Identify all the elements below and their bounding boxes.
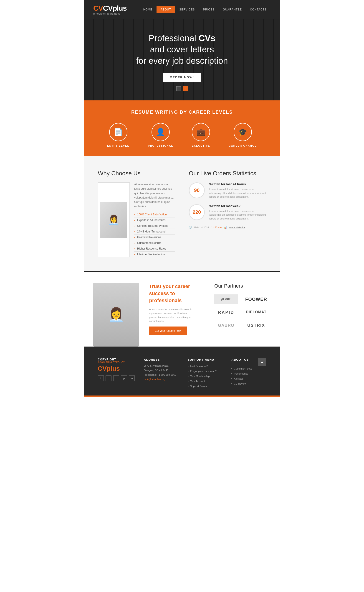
prof-title-line2: success to xyxy=(149,291,175,296)
slider-next-button[interactable]: › xyxy=(183,86,188,91)
hero-title: Professional CVs and cover letters for e… xyxy=(136,33,228,67)
footer-about-item[interactable]: Performance xyxy=(231,371,266,376)
footer-address-heading: Address xyxy=(144,358,179,361)
slider-prev-button[interactable]: ‹ xyxy=(176,86,181,91)
hero-title-line3: for every job description xyxy=(136,56,228,66)
footer-support-col: Support Menu Lost Password? Forgot your … xyxy=(188,358,222,389)
career-item-career-change[interactable]: 🎓 CAREER CHANGE xyxy=(229,123,257,147)
social-linkedin[interactable]: in xyxy=(129,375,135,381)
professional-label: PROFESSIONAL xyxy=(148,144,173,147)
why-us-image-wrap: 👩‍💼 xyxy=(98,182,130,257)
hero-content: Professional CVs and cover letters for e… xyxy=(136,33,228,82)
footer-support-item[interactable]: Forgot your Username? xyxy=(188,369,222,374)
stat-label-24h: Written for last 24 hours xyxy=(209,182,266,186)
partner-ustrix: USTRIX xyxy=(242,321,271,330)
header: CVCVplus Interviews guaranteed HOME ABOU… xyxy=(84,0,280,19)
career-levels-section: RESUME WRITING BY CAREER LEVELS 📄 ENTRY … xyxy=(84,100,280,156)
logo[interactable]: CVCVplus Interviews guaranteed xyxy=(93,4,127,15)
list-item: Lifetime File Protection xyxy=(134,252,175,257)
professionals-section: 👩‍💼 Trust your career success to profess… xyxy=(84,271,280,346)
nav-guarantee[interactable]: GUARANTEE xyxy=(219,6,246,13)
footer-support-item[interactable]: Support Forum xyxy=(188,384,222,389)
nav-prices[interactable]: PRICES xyxy=(199,6,219,13)
footer-support-list: Lost Password? Forgot your Username? You… xyxy=(188,364,222,389)
social-icons-row: f g r p in xyxy=(98,375,135,381)
list-item: Experts in All Industries xyxy=(134,217,175,223)
professional-icon: 👤 xyxy=(151,123,170,141)
stat-desc-week: Lorem ipsum dolor sit amet, consectetur … xyxy=(209,209,266,221)
footer-about-heading: About Us xyxy=(231,358,249,361)
footer-support-item[interactable]: Your Membership xyxy=(188,374,222,379)
partner-rapid: RAPID xyxy=(214,308,238,317)
partner-gabro: GABRO xyxy=(214,321,238,330)
entry-level-icon: 📄 xyxy=(109,123,127,141)
footer-about-item[interactable]: Affiliates xyxy=(231,376,266,381)
entry-level-label: ENTRY LEVEL xyxy=(107,144,129,147)
stat-label-week: Written for last week xyxy=(209,204,266,208)
stat-item-24h: 90 Written for last 24 hours Lorem ipsum… xyxy=(189,182,266,199)
hero-title-bold: CVs xyxy=(199,33,215,43)
footer-about-item[interactable]: Customer Focus xyxy=(231,366,266,371)
back-to-top-button[interactable]: ▲ xyxy=(258,358,266,366)
prof-title-accent: professionals xyxy=(149,298,182,303)
partner-green: green xyxy=(214,294,238,304)
footer-copyright-col: COPYRIGHT © 2014 PRIVACY POLICY CVplus f… xyxy=(98,358,135,389)
nav-home[interactable]: HOME xyxy=(139,6,156,13)
nav-contacts[interactable]: CONTACTS xyxy=(246,6,271,13)
nav-services[interactable]: SERVICES xyxy=(175,6,199,13)
order-now-button[interactable]: ORDER NOW! xyxy=(163,73,202,82)
footer-logo: CVplus xyxy=(98,365,135,372)
social-google[interactable]: g xyxy=(105,375,111,381)
list-item: Certified Resume Writers xyxy=(134,223,175,229)
address-line-2: Glasgow, DC 45 Fr 45. xyxy=(144,368,179,373)
career-item-professional[interactable]: 👤 PROFESSIONAL xyxy=(148,123,173,147)
career-change-label: CAREER CHANGE xyxy=(229,144,257,147)
partners-section: Our Partners green FOOWER RAPID DIPLOMAT… xyxy=(205,272,280,346)
address-line-1: 9870 St Vincent Place, xyxy=(144,364,179,368)
stat-footer: 🕐 Feb 1st 2014 11:53 am 📊 more statistic… xyxy=(189,226,266,229)
career-section-title: RESUME WRITING BY CAREER LEVELS xyxy=(98,110,266,115)
prof-content: Trust your career success to professiona… xyxy=(140,272,205,346)
bar-chart-icon: 📊 xyxy=(224,226,227,229)
footer-about-item[interactable]: CV Review xyxy=(231,381,266,386)
prof-description: At vero eos et accusamus et iusto odio d… xyxy=(149,307,196,323)
prof-title: Trust your career success to professiona… xyxy=(149,283,196,304)
list-item: Higher Response Rates xyxy=(134,246,175,252)
footer-support-item[interactable]: Your Account xyxy=(188,379,222,384)
partner-foower: FOOWER xyxy=(242,294,271,304)
address-email[interactable]: mail@demolink.org xyxy=(144,377,179,382)
list-item: Guaranteed Results xyxy=(134,240,175,246)
social-pinterest[interactable]: p xyxy=(121,375,127,381)
slider-controls: ‹ › xyxy=(176,86,188,91)
social-facebook[interactable]: f xyxy=(98,375,104,381)
footer-privacy-link[interactable]: © 2014 PRIVACY POLICY xyxy=(98,361,135,364)
more-statistics-link[interactable]: more statistics xyxy=(229,226,245,229)
footer-support-heading: Support Menu xyxy=(188,358,222,361)
why-us-column: Why Choose Us 👩‍💼 At vero eos et accusam… xyxy=(98,170,175,257)
statistics-column: Our Live Orders Statistics 90 Written fo… xyxy=(189,170,266,257)
footer-address-col: Address 9870 St Vincent Place, Glasgow, … xyxy=(144,358,179,389)
partners-grid: green FOOWER RAPID DIPLOMAT GABRO USTRIX xyxy=(214,294,271,330)
get-resume-button[interactable]: Get your resume now! xyxy=(149,326,187,335)
executive-icon: 💼 xyxy=(192,123,210,141)
footer: COPYRIGHT © 2014 PRIVACY POLICY CVplus f… xyxy=(84,346,280,395)
stat-time: 11:53 am xyxy=(211,226,221,229)
footer-support-item[interactable]: Lost Password? xyxy=(188,364,222,369)
social-rss[interactable]: r xyxy=(113,375,119,381)
why-us-title: Why Choose Us xyxy=(98,170,175,177)
hero-section: Professional CVs and cover letters for e… xyxy=(84,19,280,100)
why-us-text: At vero eos et accusamus et iusto odio d… xyxy=(134,182,175,257)
stat-count-24h: 90 xyxy=(189,182,205,198)
career-item-entry[interactable]: 📄 ENTRY LEVEL xyxy=(107,123,129,147)
footer-copyright-label: COPYRIGHT xyxy=(98,358,135,361)
prof-image-left: 👩‍💼 xyxy=(84,272,140,346)
logo-tagline: Interviews guaranteed xyxy=(93,13,127,15)
executive-label: EXECUTIVE xyxy=(192,144,210,147)
why-us-list: 100% Client Satisfaction Experts in All … xyxy=(134,212,175,257)
address-phone: Freephone: +1 800 559 6560 xyxy=(144,373,179,377)
why-us-inner: 👩‍💼 At vero eos et accusamus et iusto od… xyxy=(98,182,175,257)
nav-about[interactable]: ABOUT xyxy=(156,6,175,13)
hero-title-line2: and cover letters xyxy=(150,45,214,54)
career-item-executive[interactable]: 💼 EXECUTIVE xyxy=(192,123,210,147)
why-us-description: At vero eos et accusamus et iusto odio d… xyxy=(134,182,175,209)
